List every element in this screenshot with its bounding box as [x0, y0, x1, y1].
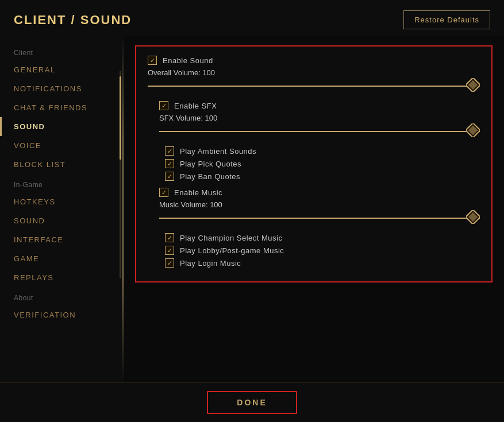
play-ambient-checkbox[interactable]: [165, 146, 174, 156]
music-slider-fill: [159, 218, 480, 219]
enable-sound-label: Enable Sound: [163, 56, 213, 65]
sidebar-item-interface[interactable]: INTERFACE: [0, 230, 124, 249]
sfx-slider-track: [159, 131, 480, 132]
sfx-section: Enable SFX SFX Volume: 100: [148, 101, 480, 181]
sidebar-item-notifications[interactable]: NOTIFICATIONS: [0, 79, 124, 98]
sidebar-ingame-label: In-Game: [0, 174, 124, 192]
play-login-checkbox[interactable]: [165, 258, 174, 268]
sfx-slider-handle[interactable]: [466, 123, 480, 140]
sidebar-item-block-list[interactable]: BLOCK LIST: [0, 155, 124, 174]
play-login-label: Play Login Music: [180, 259, 241, 268]
main-layout: Client GENERAL NOTIFICATIONS CHAT & FRIE…: [0, 36, 504, 382]
sidebar-item-voice[interactable]: VOICE: [0, 136, 124, 155]
sfx-volume-label: SFX Volume: 100: [159, 114, 480, 122]
play-ban-quotes-checkbox[interactable]: [165, 172, 174, 181]
content-area: Enable Sound Overall Volume: 100: [124, 36, 504, 382]
music-volume-slider[interactable]: [159, 211, 480, 225]
settings-panel: Enable Sound Overall Volume: 100: [135, 45, 493, 282]
play-lobby-checkbox[interactable]: [165, 246, 174, 255]
enable-sound-section: Enable Sound Overall Volume: 100: [148, 56, 480, 93]
page-title: CLIENT / SOUND: [14, 13, 132, 28]
enable-sfx-label: Enable SFX: [174, 102, 217, 110]
footer: DONE: [0, 382, 504, 422]
enable-sfx-row: Enable SFX: [159, 101, 480, 110]
play-ban-quotes-label: Play Ban Quotes: [180, 172, 240, 181]
play-champion-select-checkbox[interactable]: [165, 233, 174, 242]
play-ban-quotes-row: Play Ban Quotes: [165, 172, 480, 181]
sfx-slider-fill: [159, 131, 480, 132]
sidebar-item-sound-ig[interactable]: SOUND: [0, 211, 124, 230]
app-container: CLIENT / SOUND Restore Defaults Client G…: [0, 0, 504, 422]
play-champion-select-label: Play Champion Select Music: [180, 234, 282, 242]
play-login-row: Play Login Music: [165, 258, 480, 268]
sidebar-scrollbar[interactable]: [120, 71, 121, 278]
play-lobby-row: Play Lobby/Post-game Music: [165, 246, 480, 255]
sidebar-scrollbar-thumb: [120, 76, 121, 160]
overall-slider-fill: [148, 86, 472, 87]
play-pick-quotes-checkbox[interactable]: [165, 159, 174, 168]
play-ambient-row: Play Ambient Sounds: [165, 146, 480, 156]
music-volume-label: Music Volume: 100: [159, 200, 480, 209]
sidebar-item-chat-friends[interactable]: CHAT & FRIENDS: [0, 98, 124, 117]
music-slider-track: [159, 218, 480, 219]
enable-music-row: Enable Music: [159, 188, 480, 197]
sidebar-client-label: Client: [0, 42, 124, 60]
play-champion-select-row: Play Champion Select Music: [165, 233, 480, 242]
play-lobby-label: Play Lobby/Post-game Music: [180, 246, 284, 255]
overall-volume-slider[interactable]: [148, 79, 480, 93]
title-main: SOUND: [80, 13, 132, 27]
sidebar-item-hotkeys[interactable]: HOTKEYS: [0, 192, 124, 211]
sidebar-about-label: About: [0, 287, 124, 305]
overall-slider-track: [148, 86, 472, 87]
title-prefix: CLIENT /: [14, 13, 80, 27]
music-sub-options: Play Champion Select Music Play Lobby/Po…: [165, 233, 480, 268]
play-pick-quotes-row: Play Pick Quotes: [165, 159, 480, 168]
sidebar: Client GENERAL NOTIFICATIONS CHAT & FRIE…: [0, 36, 124, 382]
enable-sfx-checkbox[interactable]: [159, 101, 168, 110]
sidebar-item-game[interactable]: GAME: [0, 249, 124, 268]
header: CLIENT / SOUND Restore Defaults: [0, 0, 504, 36]
sfx-volume-slider[interactable]: [159, 125, 480, 138]
enable-sound-checkbox[interactable]: [148, 56, 157, 65]
enable-music-label: Enable Music: [174, 188, 222, 197]
enable-music-checkbox[interactable]: [159, 188, 168, 197]
done-button[interactable]: DONE: [207, 391, 297, 414]
sidebar-item-sound[interactable]: SOUND: [0, 117, 124, 136]
sidebar-item-general[interactable]: GENERAL: [0, 60, 124, 79]
sfx-sub-options: Play Ambient Sounds Play Pick Quotes Pla…: [165, 146, 480, 181]
play-pick-quotes-label: Play Pick Quotes: [180, 160, 241, 168]
restore-defaults-button[interactable]: Restore Defaults: [403, 10, 490, 29]
overall-volume-label: Overall Volume: 100: [148, 68, 480, 77]
enable-sound-row: Enable Sound: [148, 56, 480, 65]
music-section: Enable Music Music Volume: 100: [148, 188, 480, 268]
sidebar-item-replays[interactable]: REPLAYS: [0, 268, 124, 287]
overall-slider-handle[interactable]: [466, 78, 480, 94]
music-slider-handle[interactable]: [466, 210, 480, 226]
sidebar-item-verification[interactable]: VERIFICATION: [0, 305, 124, 324]
play-ambient-label: Play Ambient Sounds: [180, 147, 256, 156]
